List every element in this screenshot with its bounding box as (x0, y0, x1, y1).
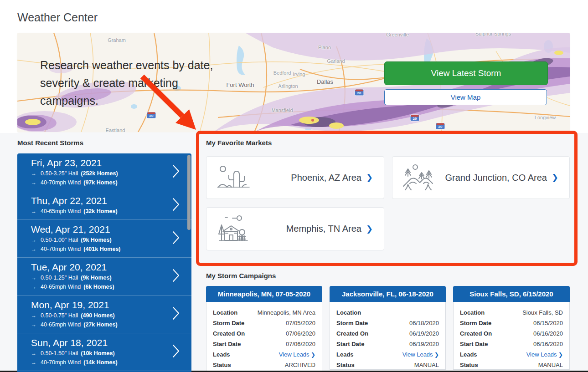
storm-detail-text: 0.50-1.00" Hail (41, 236, 78, 244)
campaign-row-value: 06/19/2020 (409, 330, 439, 337)
campaign-row-label: Leads (460, 351, 477, 358)
house-icon (216, 214, 251, 244)
storm-date: Thu, Apr 22, 2021 (31, 195, 164, 206)
market-card-memphis-tn-area[interactable]: Memphis, TN Area❯ (206, 207, 384, 250)
campaign-card: Sioux Falls, SD, 6/15/2020LocationSioux … (453, 286, 570, 370)
campaign-row-label: Leads (336, 351, 354, 358)
chevron-right-icon (172, 344, 180, 360)
storm-detail-text: 0.50-0.75" Hail (41, 311, 78, 320)
campaign-row-label: Created On (336, 330, 368, 337)
arrow-icon: → (31, 358, 36, 367)
view-leads-link[interactable]: View Leads ❯ (526, 351, 563, 358)
campaign-row-label: Status (213, 362, 231, 368)
campaign-row-value: 07/06/2020 (286, 330, 315, 337)
arrow-icon: → (31, 169, 36, 178)
storm-detail: →0.50-1.00" Hail(9k Homes) (31, 236, 164, 244)
chevron-right-icon: ❯ (557, 352, 563, 358)
market-label: Memphis, TN Area❯ (251, 224, 373, 234)
storm-list-item[interactable]: Wed, Apr 21, 2021→0.50-1.00" Hail(9k Hom… (17, 220, 191, 258)
arrow-icon: → (31, 283, 36, 291)
map-city-label: Fort Worth (226, 82, 254, 88)
chevron-right-icon: ❯ (433, 352, 439, 358)
storm-list-item[interactable]: Mon, Apr 19, 2021→0.50-0.75" Hail(490 Ho… (17, 296, 191, 333)
storm-detail: →40-65mph Wind(27k Homes) (31, 321, 164, 329)
map-city-label: Greenville (386, 33, 409, 37)
chevron-right-icon: ❯ (366, 225, 373, 233)
market-card-phoenix-az-area[interactable]: Phoenix, AZ Area❯ (206, 156, 384, 199)
interstate-shield-icon: 20 (436, 123, 445, 130)
campaign-row-start-date: Start Date07/06/2020 (213, 341, 315, 347)
storm-detail-text: 40-70mph Wind (41, 178, 81, 187)
campaign-row-label: Storm Date (460, 320, 491, 326)
chevron-right-icon (172, 198, 180, 213)
campaign-row-value: MANUAL (414, 362, 439, 368)
weather-map-banner: GrahamGreenvilleSulphur SpringsPlanoGarl… (17, 33, 570, 132)
view-map-button[interactable]: View Map (384, 89, 547, 105)
storm-date: Mon, Apr 19, 2021 (31, 300, 164, 311)
campaign-row-value: Sioux Falls, SD (522, 309, 563, 316)
campaign-row-created-on: Created On06/19/2020 (336, 330, 439, 337)
storm-detail: →40-70mph Wind(401k Homes) (31, 245, 164, 253)
campaign-row-location: LocationSioux Falls, SD (460, 309, 563, 316)
storm-homes-count: (97k Homes) (83, 178, 117, 187)
storm-homes-count: (32k Homes) (83, 207, 117, 215)
map-city-label: Dallas (317, 78, 333, 85)
storm-list: Fri, Apr 23, 2021→0.50-3.25" Hail(252k H… (17, 153, 191, 372)
campaign-card-body: LocationSioux Falls, SDStorm Date06/15/2… (453, 302, 570, 370)
storm-campaigns-heading: My Storm Campaigns (206, 272, 276, 280)
arrow-icon: → (31, 274, 36, 282)
storm-homes-count: (27k Homes) (83, 321, 117, 329)
campaign-row-label: Start Date (460, 341, 488, 347)
scrollbar-thumb[interactable] (187, 155, 191, 230)
market-label: Phoenix, AZ Area❯ (251, 173, 373, 183)
campaign-row-label: Created On (213, 330, 245, 337)
campaign-row-value: ARCHIVED (285, 362, 315, 368)
favorite-markets-heading: My Favorite Markets (206, 139, 272, 147)
campaign-row-value: 06/16/2020 (533, 330, 563, 337)
storm-homes-count: (9k Homes) (81, 274, 111, 282)
storm-homes-count: (401k Homes) (83, 245, 120, 253)
arrow-icon: → (31, 245, 36, 253)
campaign-row-status: StatusMANUAL (336, 362, 439, 368)
storm-list-item[interactable]: Fri, Apr 23, 2021→0.50-3.25" Hail(252k H… (17, 153, 191, 191)
campaign-row-label: Location (460, 309, 485, 316)
storm-detail-text: 40-70mph Wind (41, 358, 81, 367)
storm-detail-text: 0.50-1.25" Hail (41, 274, 78, 282)
map-city-label: Mansfield (271, 107, 293, 113)
storm-homes-count: (10k Homes) (81, 349, 114, 357)
market-card-grand-junction-co-area[interactable]: Grand Junction, CO Area❯ (392, 156, 570, 199)
view-leads-link[interactable]: View Leads ❯ (402, 351, 439, 358)
page-title: Weather Center (17, 11, 98, 24)
storm-list-item[interactable]: Sun, Apr 18, 2021→0.50-1.50" Hail(10k Ho… (17, 333, 191, 371)
storm-detail: →40-70mph Wind(97k Homes) (31, 178, 164, 187)
tagline-line-3: campaigns. (40, 92, 213, 110)
storm-detail: →0.50-1.25" Hail(9k Homes) (31, 274, 164, 282)
campaign-row-label: Status (336, 362, 355, 368)
campaign-row-value: Minneapolis, MN Area (258, 309, 315, 316)
mountains-icon (402, 163, 437, 193)
storm-homes-count: (6k Homes) (83, 283, 114, 291)
campaign-row-leads: LeadsView Leads ❯ (213, 351, 315, 358)
campaign-row-value: 06/19/2020 (409, 341, 439, 347)
view-latest-storm-button[interactable]: View Latest Storm (384, 61, 548, 85)
campaign-row-label: Start Date (336, 341, 364, 347)
campaign-row-storm-date: Storm Date07/05/2020 (213, 320, 315, 326)
campaign-card-title: Minneapolis, MN, 07-05-2020 (206, 286, 322, 302)
storm-detail-text: 40-70mph Wind (41, 245, 81, 253)
campaign-card-body: LocationMinneapolis, MN AreaStorm Date07… (206, 302, 322, 372)
storm-detail: →40-65mph Wind(32k Homes) (31, 207, 164, 215)
arrow-icon: → (31, 321, 36, 329)
storm-list-item[interactable]: Tue, Apr 20, 2021→0.50-1.25" Hail(9k Hom… (17, 258, 191, 296)
storm-detail-text: 40-65mph Wind (41, 321, 81, 329)
view-leads-link[interactable]: View Leads ❯ (279, 351, 315, 358)
chevron-right-icon (172, 269, 180, 284)
storm-list-item[interactable]: Thu, Apr 22, 2021→40-65mph Wind(32k Home… (17, 191, 191, 220)
campaign-row-storm-date: Storm Date06/15/2020 (460, 320, 563, 326)
campaign-row-storm-date: Storm Date06/18/2020 (336, 320, 439, 326)
tagline-line-1: Research weather events by date, (40, 56, 213, 74)
campaign-card-title: Sioux Falls, SD, 6/15/2020 (453, 286, 570, 302)
campaign-row-location: LocationMinneapolis, MN Area (213, 309, 315, 316)
campaign-row-value: MANUAL (538, 362, 563, 368)
storm-detail: →0.50-0.75" Hail(490 Homes) (31, 311, 164, 320)
storm-detail: →40-70mph Wind(14k Homes) (31, 358, 164, 367)
